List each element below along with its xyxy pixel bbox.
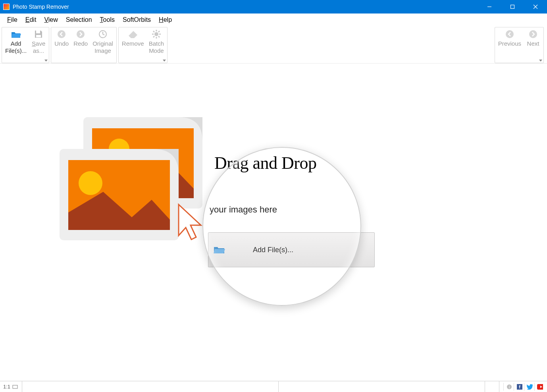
save-as-button[interactable]: Saveas... — [29, 28, 48, 62]
facebook-icon[interactable]: f — [514, 383, 522, 391]
original-image-button[interactable]: Original Image — [90, 28, 116, 62]
svg-text:f: f — [519, 384, 520, 389]
svg-point-9 — [154, 32, 158, 36]
folder-open-icon — [213, 245, 225, 255]
menubar: File Edit View Selection Tools SoftOrbit… — [0, 14, 547, 26]
svg-point-6 — [58, 30, 65, 38]
minimize-button[interactable] — [478, 0, 501, 14]
canvas-area[interactable]: Drag and Drop your images here Add File(… — [0, 64, 547, 381]
svg-line-16 — [158, 31, 160, 32]
save-icon — [33, 29, 44, 39]
undo-button[interactable]: Undo — [52, 28, 71, 62]
svg-point-18 — [506, 30, 514, 38]
titlebar: Photo Stamp Remover — [0, 0, 547, 14]
add-files-large-button[interactable]: Add File(s)... — [208, 232, 375, 267]
app-icon — [3, 4, 10, 10]
redo-icon — [75, 29, 86, 39]
add-files-button[interactable]: Add File(s)... — [3, 28, 29, 62]
maximize-button[interactable] — [501, 0, 524, 14]
toolbar-group-file: Add File(s)... Saveas... — [2, 27, 49, 63]
undo-icon — [56, 29, 67, 39]
status-spacer-2 — [279, 381, 485, 392]
drop-title: Drag and Drop — [214, 153, 316, 173]
chevron-down-icon[interactable] — [539, 60, 542, 62]
svg-rect-4 — [36, 31, 40, 33]
svg-text:i: i — [508, 385, 509, 389]
statusbar: 1:1 i f — [0, 381, 547, 392]
menu-view[interactable]: View — [40, 15, 62, 25]
svg-point-25 — [79, 171, 102, 195]
add-files-large-label: Add File(s)... — [253, 246, 293, 254]
chevron-down-icon[interactable] — [163, 60, 166, 62]
toolbar-group-remove: Remove Batch Mode — [118, 27, 168, 63]
toolbar-group-history: Undo Redo Original Image — [51, 27, 117, 63]
svg-rect-5 — [36, 35, 41, 37]
previous-icon — [504, 29, 515, 39]
eraser-icon — [127, 29, 139, 39]
remove-button[interactable]: Remove — [119, 28, 146, 62]
chevron-down-icon[interactable] — [44, 60, 48, 62]
svg-line-17 — [153, 36, 154, 37]
svg-line-14 — [153, 31, 154, 32]
svg-rect-1 — [511, 5, 514, 9]
next-icon — [528, 29, 539, 39]
previous-button[interactable]: Previous — [496, 28, 524, 62]
drop-subtitle: your images here — [210, 205, 277, 215]
status-spacer-1 — [22, 381, 279, 392]
svg-point-7 — [77, 30, 85, 38]
menu-help[interactable]: Help — [155, 15, 176, 25]
toolbar: Add File(s)... Saveas... Undo Redo — [0, 26, 547, 64]
svg-point-19 — [529, 30, 537, 38]
menu-softorbits[interactable]: SoftOrbits — [119, 15, 155, 25]
toolbar-group-nav: Previous Next — [495, 27, 544, 63]
batch-mode-button[interactable]: Batch Mode — [146, 28, 166, 62]
app-title: Photo Stamp Remover — [13, 4, 69, 10]
close-button[interactable] — [524, 0, 547, 14]
status-spacer-3 — [485, 381, 499, 392]
gear-icon — [151, 29, 162, 39]
redo-button[interactable]: Redo — [71, 28, 90, 62]
menu-selection[interactable]: Selection — [62, 15, 96, 25]
menu-edit[interactable]: Edit — [21, 15, 40, 25]
youtube-icon[interactable] — [534, 383, 543, 391]
zoom-indicator[interactable]: 1:1 — [0, 381, 22, 392]
folder-open-icon — [10, 29, 21, 39]
menu-tools[interactable]: Tools — [96, 15, 119, 25]
info-icon[interactable]: i — [503, 383, 512, 391]
svg-line-15 — [158, 36, 160, 37]
svg-rect-26 — [13, 385, 17, 388]
clock-icon — [97, 29, 108, 39]
menu-file[interactable]: File — [3, 15, 21, 25]
next-button[interactable]: Next — [524, 28, 543, 62]
twitter-icon[interactable] — [524, 383, 533, 391]
drop-illustration — [60, 117, 210, 264]
